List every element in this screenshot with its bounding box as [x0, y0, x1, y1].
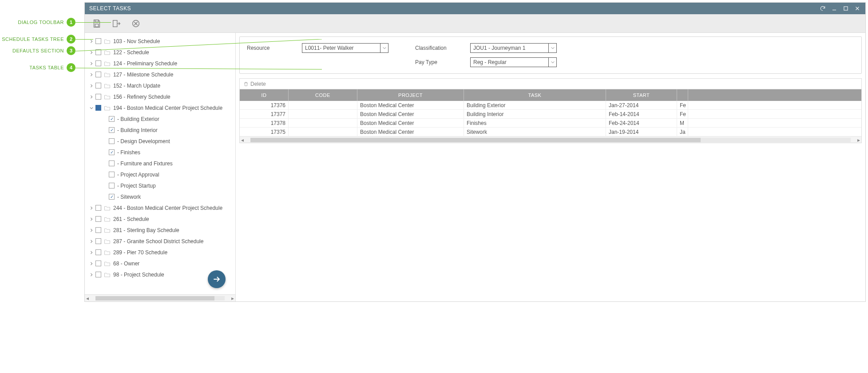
expand-arrow-icon[interactable] [89, 261, 94, 266]
tree-schedule-node[interactable]: 261 - Schedule [87, 213, 234, 225]
expand-arrow-icon[interactable] [89, 61, 94, 66]
tree-task-node[interactable]: - Project Startup [87, 180, 234, 191]
tree-schedule-node[interactable]: 156 - Refinery Schedule [87, 91, 234, 102]
tree-node-label: - Building Exterior [117, 116, 159, 122]
tree-schedule-node[interactable]: 194 - Boston Medical Center Project Sche… [87, 102, 234, 113]
table-row[interactable]: 17378Boston Medical CenterFinishesFeb-24… [240, 119, 861, 128]
minimize-icon[interactable] [831, 5, 838, 12]
tree-schedule-node[interactable]: 281 - Sterling Bay Schedule [87, 225, 234, 236]
tree-checkbox[interactable] [95, 272, 101, 277]
cancel-icon[interactable] [129, 17, 143, 30]
close-icon[interactable] [854, 5, 861, 12]
tree-schedule-node[interactable]: 244 - Boston Medical Center Project Sche… [87, 202, 234, 213]
tree-checkbox[interactable] [109, 183, 115, 189]
tree-schedule-node[interactable]: 152 - March Update [87, 80, 234, 91]
tree-schedule-node[interactable]: 122 - Schedule [87, 47, 234, 58]
tree-node-label: 103 - Nov Schedule [113, 38, 160, 44]
tree-horizontal-scrollbar[interactable]: ◂ ▸ [85, 294, 235, 301]
tree-task-node[interactable]: - Furniture and Fixtures [87, 158, 234, 169]
callout-label: SCHEDULE TASKS TREE [2, 36, 64, 42]
tree-task-node[interactable]: - Building Exterior [87, 113, 234, 124]
expand-arrow-icon[interactable] [89, 84, 94, 88]
tree-checkbox[interactable] [109, 172, 115, 177]
tree-node-label: 287 - Granite School District Schedule [113, 238, 203, 245]
tree-task-node[interactable]: - Finishes [87, 147, 234, 158]
tree-checkbox[interactable] [95, 38, 101, 44]
tree-checkbox[interactable] [95, 216, 101, 222]
save-and-close-icon[interactable] [110, 17, 123, 30]
tree-checkbox[interactable] [95, 49, 101, 55]
folder-icon [104, 72, 111, 77]
table-row[interactable]: 17377Boston Medical CenterBuilding Inter… [240, 110, 861, 119]
expand-arrow-icon[interactable] [89, 50, 94, 55]
refresh-icon[interactable] [819, 5, 826, 12]
tree-scroll[interactable]: 103 - Nov Schedule122 - Schedule124 - Pr… [85, 33, 235, 294]
tree-checkbox[interactable] [95, 227, 101, 233]
tree-schedule-node[interactable]: 68 - Owner [87, 258, 234, 269]
tree-checkbox[interactable] [95, 261, 101, 266]
cell-end-preview: Ja [677, 128, 688, 136]
callout-badge: 1 [67, 18, 75, 27]
tree-checkbox[interactable] [109, 138, 115, 144]
tree-checkbox[interactable] [109, 116, 115, 122]
svg-rect-4 [95, 20, 98, 22]
tree-task-node[interactable]: - Project Approval [87, 169, 234, 180]
tree-checkbox[interactable] [95, 72, 101, 77]
cell-id: 17375 [240, 128, 289, 136]
col-header-project[interactable]: PROJECT [357, 89, 464, 101]
expand-arrow-icon[interactable] [89, 228, 94, 233]
tree-checkbox[interactable] [95, 238, 101, 244]
expand-arrow-icon[interactable] [89, 250, 94, 255]
tree-checkbox[interactable] [95, 249, 101, 255]
table-row[interactable]: 17375Boston Medical CenterSiteworkJan-19… [240, 128, 861, 136]
tasks-table: Delete ID CODE PROJECT TASK START 17376B… [239, 78, 862, 143]
chevron-down-icon[interactable] [548, 44, 556, 52]
chevron-down-icon[interactable] [548, 58, 556, 67]
tree-checkbox[interactable] [109, 194, 115, 200]
expand-arrow-icon[interactable] [89, 217, 94, 221]
tree-checkbox[interactable] [95, 83, 101, 88]
folder-icon [104, 272, 111, 277]
tree-checkbox[interactable] [95, 94, 101, 100]
tree-task-node[interactable]: - Sitework [87, 191, 234, 202]
expand-arrow-icon[interactable] [89, 95, 94, 99]
col-header-id[interactable]: ID [240, 89, 289, 101]
classification-select[interactable]: JOU1 - Journeyman 1 [470, 43, 557, 53]
tree-checkbox[interactable] [95, 105, 101, 111]
tree-task-node[interactable]: - Design Development [87, 136, 234, 147]
resource-select[interactable]: L0011- Peter Walker [302, 43, 388, 53]
expand-arrow-icon[interactable] [89, 206, 94, 210]
tree-checkbox[interactable] [109, 160, 115, 166]
delete-button[interactable]: Delete [240, 79, 861, 89]
col-header-task[interactable]: TASK [464, 89, 606, 101]
table-horizontal-scrollbar[interactable]: ◂ ▸ [240, 136, 861, 143]
col-header-code[interactable]: CODE [289, 89, 357, 101]
save-icon[interactable] [90, 17, 103, 30]
tree-schedule-node[interactable]: 103 - Nov Schedule [87, 36, 234, 47]
expand-arrow-icon[interactable] [89, 72, 94, 77]
maximize-icon[interactable] [842, 5, 849, 12]
table-row[interactable]: 17376Boston Medical CenterBuilding Exter… [240, 101, 861, 110]
tree-schedule-node[interactable]: 287 - Granite School District Schedule [87, 236, 234, 247]
expand-arrow-icon[interactable] [89, 273, 94, 277]
paytype-select[interactable]: Reg - Regular [470, 57, 557, 67]
expand-arrow-icon[interactable] [89, 106, 94, 110]
col-header-end[interactable] [677, 89, 688, 101]
expand-arrow-icon[interactable] [89, 39, 94, 44]
tree-node-label: - Finishes [117, 149, 140, 156]
tree-task-node[interactable]: - Building Interior [87, 124, 234, 136]
col-header-start[interactable]: START [606, 89, 677, 101]
tree-checkbox[interactable] [95, 60, 101, 66]
cell-task: Building Interior [464, 110, 606, 118]
tree-checkbox[interactable] [95, 205, 101, 211]
tree-checkbox[interactable] [109, 149, 115, 155]
tree-schedule-node[interactable]: 127 - Milestone Schedule [87, 69, 234, 80]
expand-arrow-icon[interactable] [89, 239, 94, 244]
tree-checkbox[interactable] [109, 127, 115, 133]
select-tasks-dialog: SELECT TASKS [84, 2, 866, 302]
chevron-down-icon[interactable] [380, 44, 388, 52]
tree-schedule-node[interactable]: 124 - Preliminary Schedule [87, 58, 234, 69]
tree-schedule-node[interactable]: 289 - Pier 70 Schedule [87, 247, 234, 258]
callout: TASKS TABLE4 [29, 63, 75, 72]
apply-fab-button[interactable] [208, 270, 226, 288]
